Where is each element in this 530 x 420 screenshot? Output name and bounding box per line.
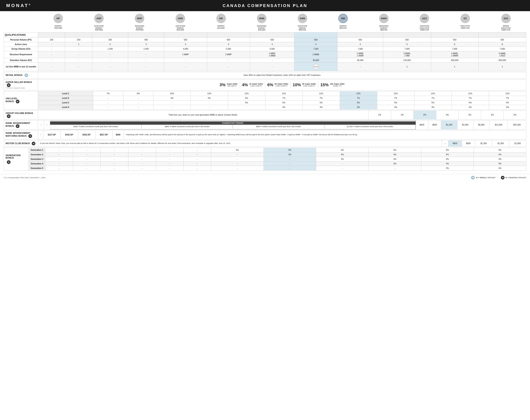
generation-cell: - [156,152,184,157]
qual-cell: - [128,51,164,58]
unilevel-cell: 5% [265,100,302,105]
col-header-sed [478,32,526,37]
ramb-mp: − [38,130,43,139]
unilevel-row: Level 2--3%5%6%7%7%7%7%7%7%7% [4,96,526,100]
rank-advancement-row: RANK ADVANCEMENTBONUS M − − POWERSTART P… [4,120,526,129]
super-seller-table: SUPER SELLER BONUS M * PV from Customer … [4,79,526,90]
copyright-text: CA | Compensation Plan 2024 | December 1… [4,177,45,179]
generation-cell: - [73,148,101,152]
generation-cell: - [183,161,211,166]
generation-bonus-table: GENERATIONBONUSMGeneration 1------4%4%4%… [4,148,526,171]
rank-circle-mp: MP [38,13,79,24]
monthly-badge-rab: M [16,124,19,128]
super-seller-row: SUPER SELLER BONUS M * PV from Customer … [4,79,526,90]
generation-cell: - [45,161,73,166]
unilevel-cell: 7% [93,91,123,96]
generation-cell: - [264,157,316,161]
rab-mmb: $600 [415,120,428,129]
rab-aed: $6,000 [473,120,489,129]
generation-cell: 4% [474,152,526,157]
generation-cell: - [101,166,128,170]
mcb-ed: $1,350 [492,140,509,147]
qual-row-label: Structure Requirement [4,51,38,58]
monthly-badge-ramb: M [28,134,32,138]
ramb-amb: $432.50* [78,130,95,139]
page-header: MONAT® CANADA COMPENSATION PLAN [0,0,530,11]
generation-cell: - [101,152,128,157]
generation-cell: 4% [474,157,526,161]
generation-cell: - [128,161,156,166]
group-volume-label: GROUP VOLUME BONUS M [4,111,38,119]
powerstart-cells: $255* if within enrolment month plus fir… [50,125,415,128]
monthly-legend-badge: M [501,176,504,180]
generation-cell: - [211,166,264,170]
qual-cell: 2 [92,42,128,46]
generation-cell: - [264,166,316,170]
generation-label: Generation 2 [29,152,45,157]
qual-cell: - [250,62,294,71]
generation-row: Generation 3--------3%4%4%4% [4,157,526,161]
qual-cell: 30,000 [294,58,337,62]
monthly-badge-ss: M [7,83,11,87]
qual-cell: - [65,58,92,62]
unilevel-cell: 7% [489,96,526,100]
rank-label-mmm: MANAGING MARKET MENTOR [364,25,404,31]
unilevel-cell: - [153,100,191,105]
generation-cell: 4% [421,161,474,166]
monthly-badge-ul: M [16,100,19,103]
rab-amp: − [44,120,50,129]
unilevel-cell: - [191,100,228,105]
unilevel-cell: 3% [452,105,489,109]
rank-labels-container: MARKET PARTNERASSOCIATE MARKET PARTNERMA… [38,25,526,31]
monthly-legend-label: M = MONTHLY PAYOUT [506,177,526,179]
qual-cell: 5,000 [207,46,250,51]
generation-cell: 4% [474,161,526,166]
qual-row: Downline Volume (DV)-------30,00060,0001… [4,58,526,62]
rab-mm: $1,200 [441,120,457,129]
qual-cell: - [65,51,92,58]
generation-cell: - [73,157,101,161]
qual-cell: 7,000 [337,46,383,51]
qual-cell: 1 [65,42,92,46]
unilevel-cell: 5% [340,100,377,105]
rank-label-mp: MARKET PARTNER [38,25,79,31]
generation-cell: 4% [264,148,316,152]
qual-cell: - [38,62,65,71]
rank-label-amm: ASSOCIATE MARKET MENTOR [282,25,323,31]
unilevel-cell: 12% [228,91,265,96]
unilevel-cell: - [191,105,228,109]
unilevel-cell: 3% [153,96,191,100]
rank-circle-ed: ED [445,13,486,24]
qual-cell: 500 [383,37,431,42]
mcb-sed: $1,800 [509,140,526,147]
generation-cell: 4% [316,152,369,157]
qual-cell: − [337,62,383,71]
qual-row: Active Lines-12344444568 [4,42,526,46]
qual-cell: 4 [164,42,207,46]
rank-circle-mmm: MMM [364,13,404,24]
unilevel-cell: 3% [340,105,377,109]
generation-cell: 4% [421,148,474,152]
generation-cell: 3% [316,157,369,161]
unilevel-cell: 8% [123,91,153,96]
rank-label-ed: EXECUTIVE DIRECTOR [445,25,486,31]
qual-cell: - [38,42,65,46]
generation-cell: - [183,166,211,170]
ramb-mmb: $600 [113,130,124,139]
unilevel-cell: 12% [377,91,414,96]
qual-cell: - [92,62,128,71]
generation-cell: - [156,157,184,161]
generation-cell: - [183,148,211,152]
qual-row-label: Active Lines [4,42,38,46]
unilevel-cell: 3% [302,105,340,109]
generation-cell: - [368,166,421,170]
qual-cell: 4 MMB, 2 MMM [431,51,478,58]
qual-cell: 1,200 [92,46,128,51]
qual-cell: 3 MMB, 2 MM [383,51,431,58]
monthly-badge-gb: M [7,160,11,164]
qual-cell: - [164,62,207,71]
generation-cell: - [73,161,101,166]
rank-label-mm: MARKET MENTOR [323,25,364,31]
generation-cell: - [128,157,156,161]
generation-cell: - [73,166,101,170]
